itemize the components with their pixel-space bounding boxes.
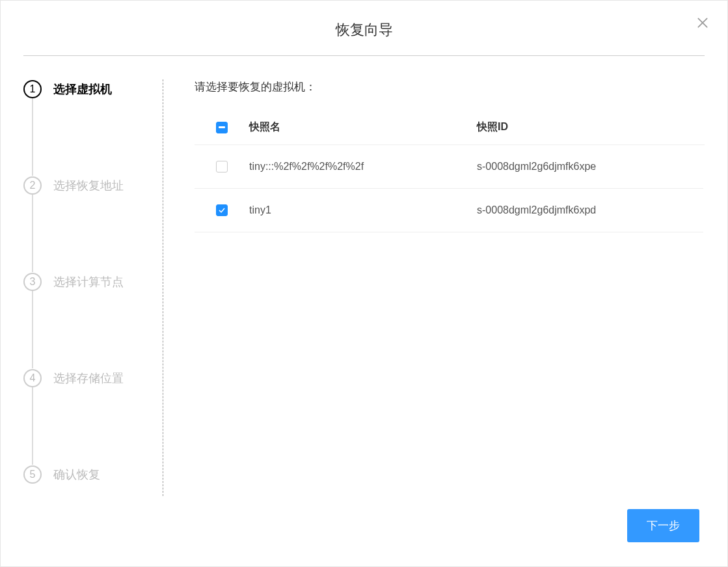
step-label: 选择虚拟机 [53,81,112,97]
step-label: 确认恢复 [53,467,100,482]
snapshot-table: 快照名 快照ID tiny:::%2f%2f%2f%2f%2f s-0008dg… [195,110,705,496]
step-select-address[interactable]: 2 选择恢复地址 [23,176,150,195]
horizontal-scrollbar[interactable] [195,484,705,496]
step-label: 选择计算节点 [53,274,124,290]
row-check-cell [195,161,249,173]
step-number: 5 [23,465,42,484]
snapshot-name: tiny1 [249,204,477,216]
step-select-vm[interactable]: 1 选择虚拟机 [23,79,150,99]
content-prompt: 请选择要恢复的虚拟机： [195,79,705,94]
step-confirm[interactable]: 5 确认恢复 [23,465,150,484]
step-number: 1 [23,80,42,98]
steps-sidebar: 1 选择虚拟机 2 选择恢复地址 3 选择计算节点 4 选择存储位置 5 [23,79,163,496]
close-icon[interactable] [696,16,709,29]
step-connector [32,290,33,368]
snapshot-name: tiny:::%2f%2f%2f%2f%2f [249,161,477,173]
row-check-cell [195,204,249,216]
restore-wizard-modal: 恢复向导 1 选择虚拟机 2 选择恢复地址 3 选择计算节点 4 选择存储位置 [0,0,728,567]
table-body[interactable]: tiny:::%2f%2f%2f%2f%2f s-0008dgml2g6djmf… [195,145,705,483]
modal-body: 1 选择虚拟机 2 选择恢复地址 3 选择计算节点 4 选择存储位置 5 [23,79,705,496]
step-select-storage[interactable]: 4 选择存储位置 [23,368,150,388]
header-snapshot-id: 快照ID [477,120,705,134]
row-checkbox[interactable] [216,204,228,216]
snapshot-id: s-0008dgml2g6djmfk6xpe [477,161,703,173]
step-number: 2 [23,176,42,195]
step-select-compute[interactable]: 3 选择计算节点 [23,272,150,292]
step-label: 选择恢复地址 [53,178,124,193]
main-content: 请选择要恢复的虚拟机： 快照名 快照ID tiny:::%2f%2f%2f%2f… [163,79,705,496]
next-button[interactable]: 下一步 [627,509,699,542]
modal-footer: 下一步 [23,509,705,542]
select-all-cell [195,122,249,133]
table-header: 快照名 快照ID [195,110,705,145]
step-number: 3 [23,273,42,291]
step-connector [32,387,33,465]
snapshot-id: s-0008dgml2g6djmfk6xpd [477,204,703,216]
header-snapshot-name: 快照名 [249,120,477,134]
select-all-checkbox[interactable] [216,122,228,133]
table-row[interactable]: tiny:::%2f%2f%2f%2f%2f s-0008dgml2g6djmf… [195,145,703,189]
step-connector [32,194,33,272]
step-number: 4 [23,369,42,387]
step-connector [32,98,33,176]
modal-title: 恢复向导 [23,20,705,56]
table-row[interactable]: tiny1 s-0008dgml2g6djmfk6xpd [195,189,703,232]
row-checkbox[interactable] [216,161,228,173]
step-label: 选择存储位置 [53,370,124,386]
